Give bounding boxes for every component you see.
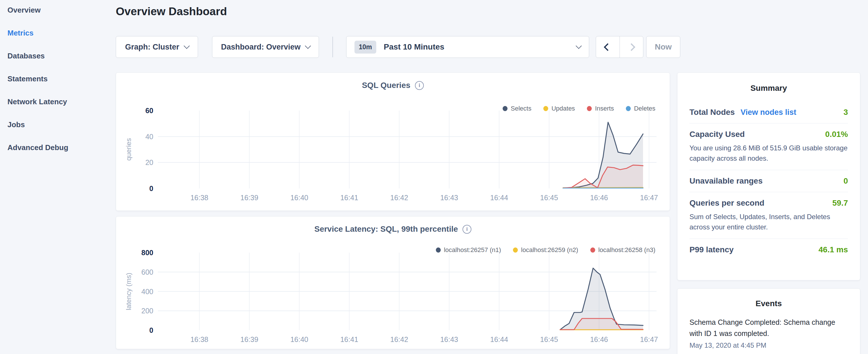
- chart-title: SQL Queries i: [116, 81, 670, 90]
- legend-dot-icon: [590, 248, 595, 253]
- chevron-right-icon: [627, 43, 635, 51]
- dashboard-dropdown-label: Dashboard: Overview: [221, 43, 301, 52]
- x-tick: 16:46: [582, 335, 616, 344]
- sql-queries-chart-card: SQL Queries i SelectsUpdatesInsertsDelet…: [116, 72, 670, 211]
- summary-row-label: Total Nodes: [689, 108, 735, 117]
- y-tick: 400: [126, 287, 153, 296]
- chart-title: Service Latency: SQL, 99th percentile i: [116, 225, 670, 234]
- summary-row-value: 0.01%: [825, 130, 848, 139]
- summary-row-value: 59.7: [833, 198, 848, 207]
- time-pager: [596, 36, 643, 58]
- sidebar-item-network-latency[interactable]: Network Latency: [7, 97, 116, 106]
- summary-row: Total NodesView nodes list3: [689, 101, 848, 123]
- chart-plot: [158, 110, 656, 189]
- time-next-button[interactable]: [620, 36, 643, 58]
- chevron-down-icon: [576, 43, 582, 49]
- chevron-down-icon: [183, 43, 189, 49]
- chart-plot: [158, 253, 656, 330]
- y-tick: 200: [126, 307, 153, 315]
- x-tick: 16:43: [432, 335, 466, 344]
- y-tick: 20: [126, 158, 153, 167]
- x-tick: 16:42: [382, 335, 416, 344]
- now-button[interactable]: Now: [646, 36, 680, 58]
- time-range-badge: 10m: [354, 41, 376, 54]
- time-range-label: Past 10 Minutes: [384, 42, 569, 52]
- summary-row: Capacity Used0.01%You are using 28.6 MiB…: [689, 123, 848, 170]
- x-tick: 16:42: [382, 194, 416, 202]
- summary-row-value: 46.1 ms: [818, 245, 848, 254]
- chevron-left-icon: [604, 43, 612, 51]
- x-tick: 16:38: [182, 335, 217, 344]
- legend-dot-icon: [436, 248, 441, 253]
- page: OverviewMetricsDatabasesStatementsNetwor…: [0, 0, 868, 354]
- sidebar-nav: OverviewMetricsDatabasesStatementsNetwor…: [0, 0, 116, 152]
- graph-dropdown[interactable]: Graph: Cluster: [116, 36, 198, 58]
- event-text: Schema Change Completed: Schema change w…: [689, 317, 848, 339]
- x-tick: 16:46: [582, 194, 616, 202]
- event-timestamp: May 13, 2020 at 4:45 PM: [689, 342, 848, 349]
- y-tick: 40: [126, 132, 153, 141]
- events-list: Schema Change Completed: Schema change w…: [689, 317, 848, 349]
- y-tick: 0: [126, 326, 153, 334]
- graph-dropdown-label: Graph: Cluster: [125, 43, 179, 52]
- page-title: Overview Dashboard: [116, 5, 227, 18]
- summary-row: P99 latency46.1 ms: [689, 239, 848, 261]
- x-tick: 16:41: [332, 335, 367, 344]
- summary-row-label: Capacity Used: [689, 130, 745, 139]
- info-icon[interactable]: i: [463, 225, 471, 234]
- events-panel: Events Schema Change Completed: Schema c…: [677, 288, 860, 354]
- controls-divider: [333, 37, 333, 57]
- summary-row: Queries per second59.7Sum of Selects, Up…: [689, 192, 848, 239]
- x-tick: 16:39: [232, 335, 267, 344]
- sidebar-item-metrics[interactable]: Metrics: [7, 29, 116, 37]
- y-tick: 800: [126, 248, 153, 257]
- x-tick: 16:44: [482, 335, 517, 344]
- summary-row-value: 0: [843, 176, 848, 186]
- x-tick: 16:45: [532, 335, 566, 344]
- x-tick: 16:47: [632, 194, 666, 202]
- summary-row-label: Queries per second: [689, 198, 764, 207]
- y-tick: 0: [126, 184, 153, 193]
- x-tick: 16:44: [482, 194, 517, 202]
- x-tick: 16:38: [182, 194, 217, 202]
- y-tick: 60: [126, 106, 153, 115]
- summary-row-description: You are using 28.6 MiB of 515.9 GiB usab…: [689, 143, 848, 164]
- summary-row: Unavailable ranges0: [689, 170, 848, 192]
- sidebar-item-databases[interactable]: Databases: [7, 52, 116, 60]
- sidebar-item-advanced-debug[interactable]: Advanced Debug: [7, 143, 116, 152]
- time-prev-button[interactable]: [596, 36, 620, 58]
- dashboard-dropdown[interactable]: Dashboard: Overview: [212, 36, 319, 58]
- x-tick: 16:41: [332, 194, 367, 202]
- time-range-dropdown[interactable]: 10m Past 10 Minutes: [346, 36, 589, 58]
- legend-dot-icon: [513, 248, 518, 253]
- events-title: Events: [689, 299, 848, 308]
- summary-panel: Summary Total NodesView nodes list3Capac…: [677, 72, 860, 280]
- x-tick: 16:40: [282, 335, 316, 344]
- service-latency-chart-card: Service Latency: SQL, 99th percentile i …: [116, 216, 670, 349]
- summary-rows: Total NodesView nodes list3Capacity Used…: [689, 101, 848, 261]
- sidebar-item-statements[interactable]: Statements: [7, 74, 116, 83]
- sidebar-item-overview[interactable]: Overview: [7, 6, 116, 14]
- chevron-down-icon: [305, 43, 311, 49]
- y-tick: 600: [126, 268, 153, 277]
- x-tick: 16:40: [282, 194, 316, 202]
- x-tick: 16:39: [232, 194, 267, 202]
- summary-row-value: 3: [843, 108, 848, 117]
- chart-title-text: SQL Queries: [362, 81, 410, 90]
- summary-title: Summary: [689, 84, 848, 93]
- summary-row-label: P99 latency: [689, 245, 734, 254]
- chart-title-text: Service Latency: SQL, 99th percentile: [314, 225, 458, 234]
- x-tick: 16:47: [632, 335, 666, 344]
- x-tick: 16:45: [532, 194, 566, 202]
- view-nodes-list-link[interactable]: View nodes list: [741, 108, 796, 117]
- x-tick: 16:43: [432, 194, 466, 202]
- sidebar-item-jobs[interactable]: Jobs: [7, 120, 116, 129]
- y-axis-label: queries: [125, 110, 133, 189]
- info-icon[interactable]: i: [415, 81, 424, 90]
- summary-row-description: Sum of Selects, Updates, Inserts, and De…: [689, 212, 848, 232]
- summary-row-label: Unavailable ranges: [689, 176, 763, 186]
- sidebar: OverviewMetricsDatabasesStatementsNetwor…: [0, 0, 116, 354]
